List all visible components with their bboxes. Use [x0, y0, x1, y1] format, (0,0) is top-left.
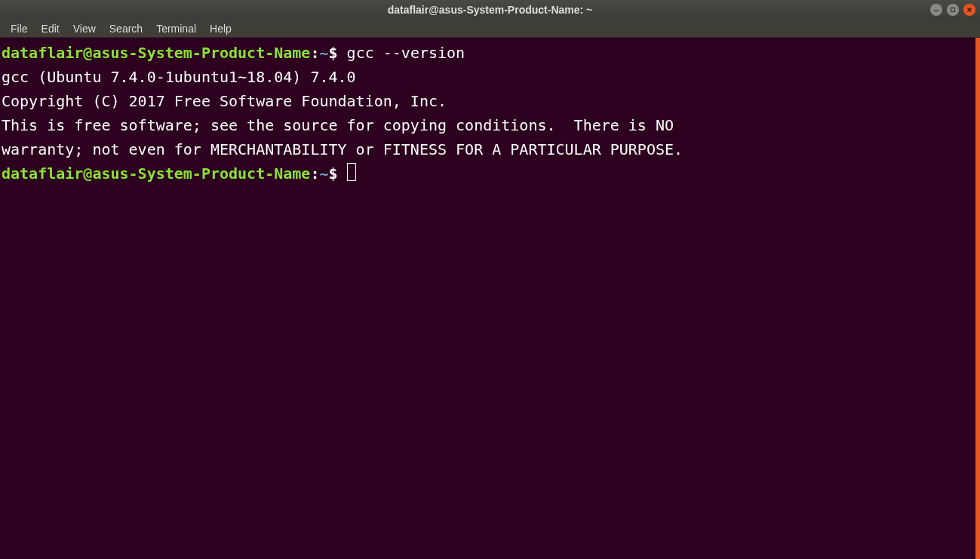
- window-title: dataflair@asus-System-Product-Name: ~: [388, 4, 593, 16]
- command-input: [338, 44, 347, 62]
- minimize-button[interactable]: [930, 4, 942, 16]
- close-icon: [966, 7, 972, 13]
- prompt-user-host: dataflair@asus-System-Product-Name: [2, 164, 310, 183]
- output-line: Copyright (C) 2017 Free Software Foundat…: [2, 89, 974, 113]
- terminal-body[interactable]: dataflair@asus-System-Product-Name:~$ gc…: [0, 38, 980, 559]
- prompt-path: ~: [319, 44, 328, 62]
- menu-help[interactable]: Help: [204, 21, 238, 36]
- prompt-line-2: dataflair@asus-System-Product-Name:~$: [2, 161, 974, 186]
- cursor-space: [338, 164, 347, 183]
- svg-rect-1: [951, 8, 955, 12]
- maximize-icon: [950, 7, 956, 13]
- menu-edit[interactable]: Edit: [35, 21, 66, 36]
- cursor-icon: [347, 163, 356, 181]
- menu-search[interactable]: Search: [103, 21, 149, 36]
- prompt-dollar: $: [329, 164, 338, 183]
- menu-terminal[interactable]: Terminal: [150, 21, 202, 36]
- minimize-icon: [933, 7, 939, 13]
- output-line: gcc (Ubuntu 7.4.0-1ubuntu1~18.04) 7.4.0: [2, 65, 974, 89]
- menubar: File Edit View Search Terminal Help: [0, 20, 980, 38]
- prompt-colon: :: [310, 44, 319, 62]
- menu-view[interactable]: View: [67, 21, 102, 36]
- close-button[interactable]: [963, 4, 975, 16]
- prompt-user-host: dataflair@asus-System-Product-Name: [2, 44, 310, 62]
- titlebar: dataflair@asus-System-Product-Name: ~: [0, 0, 980, 20]
- command-text: gcc --version: [347, 44, 465, 62]
- prompt-path: ~: [319, 164, 328, 183]
- window-controls: [930, 4, 975, 16]
- maximize-button[interactable]: [947, 4, 959, 16]
- prompt-dollar: $: [329, 44, 338, 62]
- output-line: warranty; not even for MERCHANTABILITY o…: [2, 137, 974, 161]
- prompt-colon: :: [310, 164, 319, 183]
- menu-file[interactable]: File: [5, 21, 34, 36]
- output-line: This is free software; see the source fo…: [2, 113, 974, 137]
- prompt-line-1: dataflair@asus-System-Product-Name:~$ gc…: [2, 41, 974, 65]
